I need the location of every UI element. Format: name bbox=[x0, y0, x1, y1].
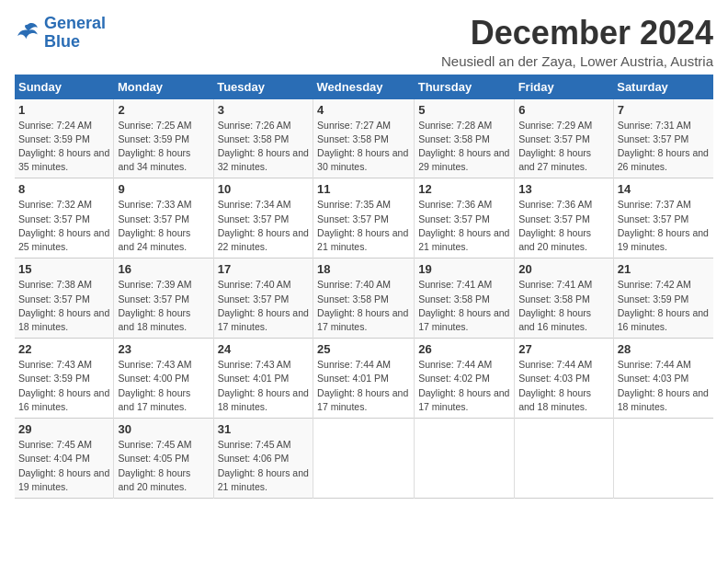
calendar-week-row-3: 15Sunrise: 7:38 AMSunset: 3:57 PMDayligh… bbox=[15, 259, 713, 339]
cell-info: Sunrise: 7:45 AMSunset: 4:04 PMDaylight:… bbox=[18, 439, 109, 492]
calendar-cell: 16Sunrise: 7:39 AMSunset: 3:57 PMDayligh… bbox=[114, 259, 213, 339]
cell-info: Sunrise: 7:41 AMSunset: 3:58 PMDaylight:… bbox=[518, 279, 592, 332]
cell-info: Sunrise: 7:27 AMSunset: 3:58 PMDaylight:… bbox=[317, 120, 408, 173]
weekday-header-sunday: Sunday bbox=[15, 75, 114, 99]
cell-info: Sunrise: 7:36 AMSunset: 3:57 PMDaylight:… bbox=[518, 199, 592, 252]
calendar-cell: 2Sunrise: 7:25 AMSunset: 3:59 PMDaylight… bbox=[114, 99, 213, 178]
day-number: 26 bbox=[418, 342, 510, 356]
day-number: 21 bbox=[618, 262, 710, 276]
day-number: 9 bbox=[118, 182, 209, 196]
calendar-cell bbox=[415, 419, 515, 499]
day-number: 15 bbox=[18, 262, 109, 276]
day-number: 29 bbox=[18, 422, 109, 436]
cell-info: Sunrise: 7:44 AMSunset: 4:03 PMDaylight:… bbox=[618, 359, 709, 412]
cell-info: Sunrise: 7:43 AMSunset: 3:59 PMDaylight:… bbox=[18, 359, 109, 412]
calendar-week-row-4: 22Sunrise: 7:43 AMSunset: 3:59 PMDayligh… bbox=[15, 339, 713, 419]
cell-info: Sunrise: 7:34 AMSunset: 3:57 PMDaylight:… bbox=[218, 199, 309, 252]
cell-info: Sunrise: 7:33 AMSunset: 3:57 PMDaylight:… bbox=[118, 199, 191, 252]
calendar-cell: 25Sunrise: 7:44 AMSunset: 4:01 PMDayligh… bbox=[313, 339, 415, 419]
weekday-header-friday: Friday bbox=[515, 75, 614, 99]
day-number: 25 bbox=[317, 342, 410, 356]
day-number: 5 bbox=[418, 103, 510, 117]
day-number: 16 bbox=[118, 262, 209, 276]
day-number: 28 bbox=[618, 342, 710, 356]
day-number: 2 bbox=[118, 103, 209, 117]
cell-info: Sunrise: 7:26 AMSunset: 3:58 PMDaylight:… bbox=[218, 120, 309, 173]
calendar-cell: 4Sunrise: 7:27 AMSunset: 3:58 PMDaylight… bbox=[313, 99, 415, 178]
cell-info: Sunrise: 7:44 AMSunset: 4:01 PMDaylight:… bbox=[317, 359, 408, 412]
cell-info: Sunrise: 7:28 AMSunset: 3:58 PMDaylight:… bbox=[418, 120, 509, 173]
calendar-cell: 1Sunrise: 7:24 AMSunset: 3:59 PMDaylight… bbox=[15, 99, 114, 178]
cell-info: Sunrise: 7:24 AMSunset: 3:59 PMDaylight:… bbox=[18, 120, 109, 173]
cell-info: Sunrise: 7:39 AMSunset: 3:57 PMDaylight:… bbox=[118, 279, 191, 332]
day-number: 13 bbox=[518, 182, 609, 196]
day-number: 19 bbox=[418, 262, 510, 276]
day-number: 31 bbox=[218, 422, 309, 436]
cell-info: Sunrise: 7:45 AMSunset: 4:06 PMDaylight:… bbox=[218, 439, 309, 492]
day-number: 6 bbox=[518, 103, 609, 117]
cell-info: Sunrise: 7:38 AMSunset: 3:57 PMDaylight:… bbox=[18, 279, 109, 332]
calendar-cell: 9Sunrise: 7:33 AMSunset: 3:57 PMDaylight… bbox=[114, 178, 213, 259]
day-number: 24 bbox=[218, 342, 309, 356]
calendar-cell: 31Sunrise: 7:45 AMSunset: 4:06 PMDayligh… bbox=[213, 419, 313, 499]
cell-info: Sunrise: 7:42 AMSunset: 3:59 PMDaylight:… bbox=[618, 279, 709, 332]
calendar-cell: 14Sunrise: 7:37 AMSunset: 3:57 PMDayligh… bbox=[613, 178, 713, 259]
logo-bird-icon bbox=[15, 20, 40, 46]
cell-info: Sunrise: 7:29 AMSunset: 3:57 PMDaylight:… bbox=[518, 120, 592, 173]
calendar-cell: 13Sunrise: 7:36 AMSunset: 3:57 PMDayligh… bbox=[515, 178, 614, 259]
calendar-cell: 5Sunrise: 7:28 AMSunset: 3:58 PMDaylight… bbox=[415, 99, 515, 178]
calendar-cell: 26Sunrise: 7:44 AMSunset: 4:02 PMDayligh… bbox=[415, 339, 515, 419]
day-number: 12 bbox=[418, 182, 510, 196]
title-block: December 2024 Neusiedl an der Zaya, Lowe… bbox=[441, 15, 713, 69]
calendar-cell: 18Sunrise: 7:40 AMSunset: 3:58 PMDayligh… bbox=[313, 259, 415, 339]
calendar-cell: 17Sunrise: 7:40 AMSunset: 3:57 PMDayligh… bbox=[213, 259, 313, 339]
cell-info: Sunrise: 7:40 AMSunset: 3:57 PMDaylight:… bbox=[218, 279, 309, 332]
day-number: 22 bbox=[18, 342, 109, 356]
page-header: General Blue December 2024 Neusiedl an d… bbox=[15, 15, 713, 69]
cell-info: Sunrise: 7:45 AMSunset: 4:05 PMDaylight:… bbox=[118, 439, 191, 492]
cell-info: Sunrise: 7:31 AMSunset: 3:57 PMDaylight:… bbox=[618, 120, 709, 173]
day-number: 1 bbox=[18, 103, 109, 117]
day-number: 14 bbox=[618, 182, 710, 196]
calendar-cell: 8Sunrise: 7:32 AMSunset: 3:57 PMDaylight… bbox=[15, 178, 114, 259]
day-number: 30 bbox=[118, 422, 209, 436]
weekday-header-saturday: Saturday bbox=[613, 75, 713, 99]
day-number: 11 bbox=[317, 182, 410, 196]
day-number: 23 bbox=[118, 342, 209, 356]
calendar-week-row-1: 1Sunrise: 7:24 AMSunset: 3:59 PMDaylight… bbox=[15, 99, 713, 178]
day-number: 20 bbox=[518, 262, 609, 276]
day-number: 18 bbox=[317, 262, 410, 276]
calendar-cell: 7Sunrise: 7:31 AMSunset: 3:57 PMDaylight… bbox=[613, 99, 713, 178]
location-subtitle: Neusiedl an der Zaya, Lower Austria, Aus… bbox=[441, 53, 713, 69]
calendar-cell bbox=[613, 419, 713, 499]
day-number: 10 bbox=[218, 182, 309, 196]
calendar-cell: 19Sunrise: 7:41 AMSunset: 3:58 PMDayligh… bbox=[415, 259, 515, 339]
logo-text: General Blue bbox=[44, 15, 106, 52]
calendar-cell: 21Sunrise: 7:42 AMSunset: 3:59 PMDayligh… bbox=[613, 259, 713, 339]
weekday-header-tuesday: Tuesday bbox=[213, 75, 313, 99]
calendar-cell: 15Sunrise: 7:38 AMSunset: 3:57 PMDayligh… bbox=[15, 259, 114, 339]
calendar-cell: 29Sunrise: 7:45 AMSunset: 4:04 PMDayligh… bbox=[15, 419, 114, 499]
cell-info: Sunrise: 7:40 AMSunset: 3:58 PMDaylight:… bbox=[317, 279, 408, 332]
calendar-cell: 12Sunrise: 7:36 AMSunset: 3:57 PMDayligh… bbox=[415, 178, 515, 259]
calendar-cell: 27Sunrise: 7:44 AMSunset: 4:03 PMDayligh… bbox=[515, 339, 614, 419]
calendar-cell: 11Sunrise: 7:35 AMSunset: 3:57 PMDayligh… bbox=[313, 178, 415, 259]
calendar-week-row-2: 8Sunrise: 7:32 AMSunset: 3:57 PMDaylight… bbox=[15, 178, 713, 259]
calendar-cell bbox=[515, 419, 614, 499]
weekday-header-row: SundayMondayTuesdayWednesdayThursdayFrid… bbox=[15, 75, 713, 99]
logo: General Blue bbox=[15, 15, 106, 52]
cell-info: Sunrise: 7:25 AMSunset: 3:59 PMDaylight:… bbox=[118, 120, 191, 173]
calendar-cell: 28Sunrise: 7:44 AMSunset: 4:03 PMDayligh… bbox=[613, 339, 713, 419]
weekday-header-monday: Monday bbox=[114, 75, 213, 99]
cell-info: Sunrise: 7:44 AMSunset: 4:03 PMDaylight:… bbox=[518, 359, 592, 412]
month-title: December 2024 bbox=[441, 15, 713, 52]
calendar-cell: 24Sunrise: 7:43 AMSunset: 4:01 PMDayligh… bbox=[213, 339, 313, 419]
day-number: 27 bbox=[518, 342, 609, 356]
calendar-cell: 30Sunrise: 7:45 AMSunset: 4:05 PMDayligh… bbox=[114, 419, 213, 499]
calendar-week-row-5: 29Sunrise: 7:45 AMSunset: 4:04 PMDayligh… bbox=[15, 419, 713, 499]
calendar-cell: 20Sunrise: 7:41 AMSunset: 3:58 PMDayligh… bbox=[515, 259, 614, 339]
calendar-cell: 22Sunrise: 7:43 AMSunset: 3:59 PMDayligh… bbox=[15, 339, 114, 419]
calendar-cell: 6Sunrise: 7:29 AMSunset: 3:57 PMDaylight… bbox=[515, 99, 614, 178]
cell-info: Sunrise: 7:43 AMSunset: 4:01 PMDaylight:… bbox=[218, 359, 309, 412]
cell-info: Sunrise: 7:36 AMSunset: 3:57 PMDaylight:… bbox=[418, 199, 509, 252]
